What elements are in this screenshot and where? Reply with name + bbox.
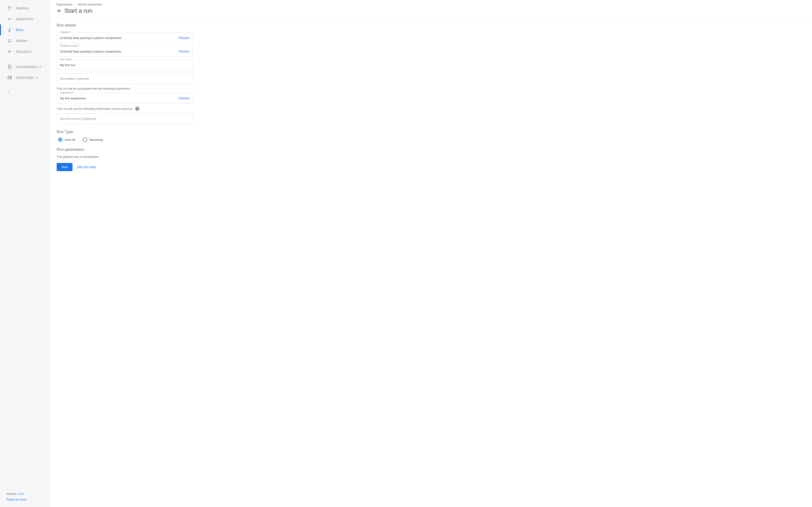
executions-icon (7, 49, 12, 54)
field-label: Run name * (59, 58, 74, 61)
document-icon (7, 64, 12, 69)
main: Experiments › My first experiment Start … (50, 0, 812, 507)
sidebar-item-artifacts[interactable]: Artifacts (0, 35, 50, 46)
experiment-field: Experiment * Choose (57, 93, 193, 103)
pipeline-choose-button[interactable]: Choose (179, 36, 189, 40)
sidebar: Pipelines Experiments Runs Artifacts (0, 0, 50, 507)
artifacts-icon (7, 39, 12, 43)
run-type-recurring[interactable]: Recurring (83, 137, 103, 142)
run-parameters-empty: This pipeline has no parameters (57, 155, 238, 159)
sidebar-item-label: Runs (16, 28, 23, 32)
page-title: Start a run (64, 7, 92, 14)
help-icon[interactable]: ? (135, 107, 139, 111)
sidebar-item-label: Documentation (16, 65, 37, 69)
arrow-back-icon (57, 8, 62, 13)
experiment-input[interactable] (57, 93, 193, 103)
radio-label: One-off (65, 138, 75, 142)
breadcrumb: Experiments › My first experiment (57, 3, 812, 6)
section-title-run-type: Run Type (57, 130, 238, 134)
chevron-right-icon: › (74, 3, 76, 6)
experiments-icon (7, 17, 12, 21)
pipeline-input[interactable] (57, 33, 193, 43)
service-account-input[interactable] (57, 113, 193, 124)
pipeline-version-input[interactable] (57, 46, 193, 57)
sidebar-item-experiments[interactable]: Experiments (0, 13, 50, 24)
report-issue-link[interactable]: Report an Issue (6, 498, 26, 501)
radio-icon (83, 137, 87, 142)
field-label: Pipeline * (59, 31, 71, 34)
breadcrumb-experiment-name[interactable]: My first experiment (78, 3, 102, 6)
service-account-field (57, 113, 193, 124)
svg-point-0 (8, 6, 9, 7)
service-account-text: This run will use the following Kubernet… (57, 107, 133, 110)
sidebar-item-label: Executions (16, 50, 31, 53)
pipeline-field: Pipeline * Choose (57, 33, 193, 43)
sidebar-divider (5, 85, 45, 85)
experiment-choose-button[interactable]: Choose (179, 97, 189, 100)
svg-point-3 (9, 28, 10, 29)
breadcrumb-experiments[interactable]: Experiments (57, 3, 72, 6)
version-prefix: Version: (6, 492, 17, 496)
svg-point-1 (10, 6, 11, 7)
sidebar-item-github[interactable]: Github Repo (0, 72, 50, 83)
sidebar-item-executions[interactable]: Executions (0, 46, 50, 57)
start-button[interactable]: Start (57, 163, 72, 171)
section-title-run-details: Run details (57, 23, 238, 27)
description-input[interactable] (57, 73, 193, 84)
github-icon (7, 75, 12, 80)
external-link-icon (35, 76, 38, 79)
radio-label: Recurring (90, 138, 103, 142)
run-name-field: Run name * (57, 60, 193, 70)
pipeline-version-field: Pipeline Version * Choose (57, 46, 193, 57)
pipeline-version-choose-button[interactable]: Choose (179, 50, 189, 53)
sidebar-item-pipelines[interactable]: Pipelines (0, 3, 50, 13)
description-field (57, 73, 193, 84)
skip-button[interactable]: Skip this step (77, 163, 96, 171)
sidebar-item-runs[interactable]: Runs (0, 24, 50, 35)
runs-icon (7, 27, 12, 32)
svg-point-2 (9, 9, 10, 10)
external-link-icon (39, 65, 41, 68)
version-link[interactable]: 1.4.0 (17, 492, 24, 496)
field-label: Pipeline Version * (59, 45, 81, 47)
field-label: Experiment * (59, 92, 75, 94)
sidebar-item-label: Artifacts (16, 39, 28, 43)
svg-point-5 (10, 42, 11, 43)
sidebar-item-label: Github Repo (16, 76, 34, 79)
sidebar-item-label: Pipelines (16, 6, 29, 10)
sidebar-item-documentation[interactable]: Documentation (0, 61, 50, 72)
run-type-one-off[interactable]: One-off (58, 137, 75, 142)
pipelines-icon (7, 6, 12, 10)
chevron-left-icon (6, 90, 10, 94)
sidebar-item-label: Experiments (16, 17, 34, 21)
version-line: Version: 1.4.0 (6, 491, 45, 497)
run-name-input[interactable] (57, 60, 193, 70)
associated-experiment-text: This run will be associated with the fol… (57, 87, 238, 90)
radio-icon (58, 137, 62, 142)
back-button[interactable] (57, 8, 62, 13)
sidebar-collapse-button[interactable] (0, 88, 50, 97)
svg-point-4 (8, 42, 9, 43)
section-title-run-parameters: Run parameters (57, 147, 238, 152)
